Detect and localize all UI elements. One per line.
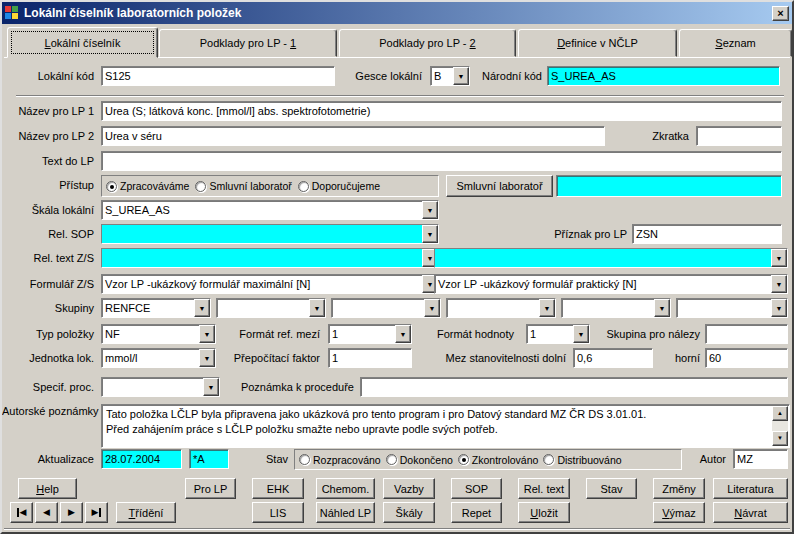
skupiny-combo-3[interactable]: ▼ bbox=[331, 298, 441, 318]
nazev-lp2-input[interactable]: Urea v séru bbox=[101, 126, 605, 146]
nav-next-button[interactable]: ▶ bbox=[60, 502, 83, 523]
pristup-radio-group: Zpracováváme Smluvní laboratoř Doporučuj… bbox=[101, 175, 439, 197]
autor-input[interactable]: MZ bbox=[733, 449, 788, 469]
navrat-button[interactable]: Návrat bbox=[713, 502, 788, 523]
rel-text-zs-combo-1[interactable]: ▼ bbox=[101, 248, 439, 268]
skupiny-combo-5[interactable]: ▼ bbox=[561, 298, 671, 318]
radio-distribuovano[interactable]: Distribuováno bbox=[543, 454, 621, 466]
chevron-down-icon[interactable]: ▼ bbox=[771, 249, 787, 267]
ehk-button[interactable]: EHK bbox=[252, 478, 304, 499]
literatura-button[interactable]: Literatura bbox=[713, 478, 788, 499]
pro-lp-button[interactable]: Pro LP bbox=[185, 478, 236, 499]
aktualizace-date-input[interactable]: 28.07.2004 bbox=[101, 449, 182, 469]
skupiny-combo-6[interactable]: ▼ bbox=[676, 298, 788, 318]
specif-proc-value bbox=[102, 378, 203, 396]
jednotka-lok-combo[interactable]: mmol/l ▼ bbox=[101, 348, 216, 368]
row-nazev-lp1: Název pro LP 1 Urea (S; látková konc. [m… bbox=[2, 101, 792, 122]
rel-text-zs-combo-2[interactable]: ▼ bbox=[434, 248, 788, 268]
vazby-button[interactable]: Vazby bbox=[383, 478, 435, 499]
tab-podklady-lp-1[interactable]: Podklady pro LP - 1 bbox=[159, 29, 337, 57]
nav-first-button[interactable]: ◀ bbox=[10, 502, 33, 523]
chevron-down-icon[interactable]: ▼ bbox=[771, 275, 787, 293]
typ-polozky-value: NF bbox=[102, 325, 199, 343]
lokalni-kod-input[interactable]: S125 bbox=[101, 66, 335, 86]
autor-label: Autor bbox=[690, 449, 726, 469]
zkratka-input[interactable] bbox=[696, 126, 782, 146]
tab-definice-nclp[interactable]: Definice v NČLP bbox=[518, 29, 677, 57]
chevron-down-icon[interactable]: ▼ bbox=[309, 299, 325, 317]
priznak-pro-lp-input[interactable]: ZSN bbox=[632, 224, 782, 244]
radio-smluvni-laborator[interactable]: Smluvní laboratoř bbox=[195, 180, 291, 192]
skupina-pro-nalezy-input[interactable] bbox=[705, 324, 788, 344]
repet-button[interactable]: Repet bbox=[451, 502, 502, 523]
tab-label: Podklady pro LP - 2 bbox=[379, 37, 475, 49]
radio-zpracovavame[interactable]: Zpracováváme bbox=[106, 180, 189, 192]
stav-button[interactable]: Stav bbox=[586, 478, 637, 499]
radio-rozpracovano[interactable]: Rozpracováno bbox=[299, 454, 381, 466]
typ-polozky-combo[interactable]: NF ▼ bbox=[101, 324, 216, 344]
chevron-down-icon[interactable]: ▼ bbox=[194, 299, 210, 317]
narodni-kod-input[interactable]: S_UREA_AS bbox=[547, 66, 780, 86]
help-button[interactable]: Help bbox=[18, 478, 77, 499]
skupiny-combo-4[interactable]: ▼ bbox=[446, 298, 556, 318]
radio-zkontrolovano[interactable]: Zkontrolováno bbox=[458, 454, 539, 466]
vymaz-button[interactable]: Výmaz bbox=[653, 502, 705, 523]
chevron-down-icon[interactable]: ▼ bbox=[771, 299, 787, 317]
chevron-down-icon[interactable]: ▼ bbox=[654, 299, 670, 317]
format-ref-mezi-combo[interactable]: 1 ▼ bbox=[328, 324, 412, 344]
formular-zs-combo-1[interactable]: Vzor LP -ukázkový formulář maximální [N]… bbox=[101, 274, 439, 294]
smluvni-laborator-button[interactable]: Smluvní laboratoř bbox=[446, 175, 553, 197]
trideni-button[interactable]: Třídění bbox=[116, 502, 176, 523]
aktualizace-flag-input[interactable]: *A bbox=[189, 449, 229, 469]
formular-zs-combo-2[interactable]: Vzor LP -ukázkový formulář praktický [N]… bbox=[434, 274, 788, 294]
chemom-button[interactable]: Chemom. bbox=[316, 478, 375, 499]
rel-sop-combo[interactable]: ▼ bbox=[101, 224, 439, 244]
row-skala-lokalni: Škála lokální S_UREA_AS ▼ bbox=[2, 200, 792, 221]
skupiny-combo-1[interactable]: RENFCE ▼ bbox=[101, 298, 211, 318]
chevron-down-icon[interactable]: ▼ bbox=[395, 325, 411, 343]
nav-prev-button[interactable]: ◀ bbox=[35, 502, 58, 523]
nav-last-button[interactable]: ▶ bbox=[85, 502, 108, 523]
chevron-down-icon[interactable]: ▼ bbox=[424, 299, 440, 317]
specif-proc-combo[interactable]: ▼ bbox=[101, 377, 220, 397]
scroll-down-icon[interactable]: ▼ bbox=[772, 431, 788, 446]
zmeny-button[interactable]: Změny bbox=[653, 478, 705, 499]
autorske-poznamky-textarea[interactable]: Tato položka LČLP byla připravena jako u… bbox=[101, 404, 790, 448]
sop-button[interactable]: SOP bbox=[451, 478, 502, 499]
vertical-scrollbar[interactable]: ▲ ▼ bbox=[772, 406, 788, 446]
chevron-down-icon[interactable]: ▼ bbox=[573, 325, 589, 343]
skupiny-combo-2[interactable]: ▼ bbox=[216, 298, 326, 318]
zkratka-label: Zkratka bbox=[614, 126, 689, 146]
scroll-track[interactable] bbox=[772, 421, 788, 431]
tab-lokalni-ciselnik[interactable]: Lokální číselník bbox=[7, 27, 158, 58]
mez-horni-input[interactable]: 60 bbox=[705, 348, 788, 368]
nazev-lp1-input[interactable]: Urea (S; látková konc. [mmol/l] abs. spe… bbox=[101, 101, 782, 121]
radio-dokonceno[interactable]: Dokončeno bbox=[386, 454, 453, 466]
poznamka-input[interactable] bbox=[360, 377, 788, 397]
ulozit-button[interactable]: Uložit bbox=[518, 502, 570, 523]
formular-zs-value-1: Vzor LP -ukázkový formulář maximální [N] bbox=[102, 275, 422, 293]
chevron-down-icon[interactable]: ▼ bbox=[203, 378, 219, 396]
chevron-down-icon[interactable]: ▼ bbox=[422, 201, 438, 219]
radio-doporucujeme[interactable]: Doporučujeme bbox=[298, 180, 380, 192]
chevron-down-icon[interactable]: ▼ bbox=[199, 325, 215, 343]
lis-button[interactable]: LIS bbox=[252, 502, 304, 523]
tab-podklady-lp-2[interactable]: Podklady pro LP - 2 bbox=[339, 29, 516, 57]
row-typ-polozky: Typ položky NF ▼ Formát ref. mezí 1 ▼ Fo… bbox=[2, 324, 792, 345]
skaly-button[interactable]: Škály bbox=[383, 502, 435, 523]
close-icon[interactable]: × bbox=[772, 6, 789, 21]
rel-text-button[interactable]: Rel. text bbox=[518, 478, 570, 499]
scroll-up-icon[interactable]: ▲ bbox=[772, 406, 788, 421]
jednotka-lok-label: Jednotka lok. bbox=[2, 348, 94, 368]
chevron-down-icon[interactable]: ▼ bbox=[539, 299, 555, 317]
format-hodnoty-combo[interactable]: 1 ▼ bbox=[526, 324, 590, 344]
mez-dolni-input[interactable]: 0,6 bbox=[573, 348, 653, 368]
text-do-lp-input[interactable] bbox=[101, 151, 782, 171]
prepocitaci-faktor-input[interactable]: 1 bbox=[328, 348, 412, 368]
tab-seznam[interactable]: Seznam bbox=[679, 29, 792, 57]
radio-icon bbox=[386, 454, 397, 465]
smluvni-laborator-input[interactable] bbox=[556, 175, 782, 197]
chevron-down-icon[interactable]: ▼ bbox=[422, 225, 438, 243]
skala-lokalni-combo[interactable]: S_UREA_AS ▼ bbox=[101, 200, 439, 220]
nahled-lp-button[interactable]: Náhled LP bbox=[316, 502, 375, 523]
